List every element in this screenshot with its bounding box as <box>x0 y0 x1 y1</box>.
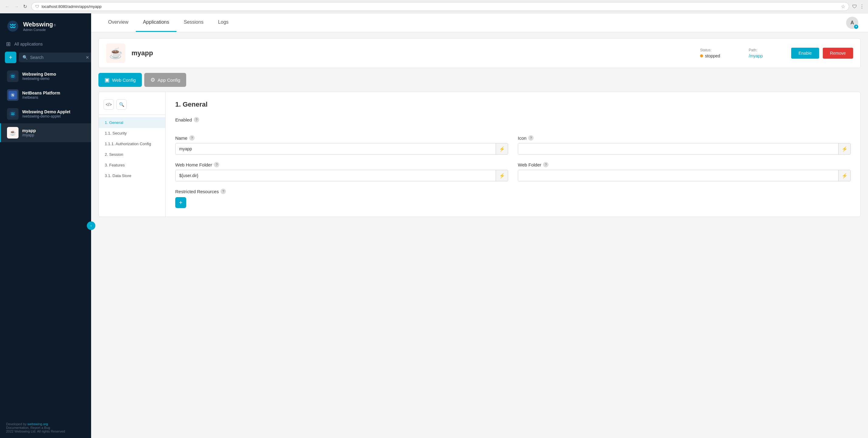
code-view-button[interactable]: </> <box>103 99 114 110</box>
browser-bar: ← → ↻ 🛡 localhost:8080/admin/apps/myapp … <box>0 0 868 13</box>
web-home-folder-input[interactable] <box>176 170 496 181</box>
app-path-webswing-demo-applet: /webswing-demo-applet <box>22 114 70 119</box>
sidebar-item-webswing-demo[interactable]: Webswing Demo /webswing-demo <box>0 67 91 86</box>
avatar-badge: ▾ <box>854 25 858 29</box>
sidebar-collapse-button[interactable]: ‹ <box>87 221 95 230</box>
sidebar-item-webswing-demo-applet[interactable]: Webswing Demo Applet /webswing-demo-appl… <box>0 104 91 123</box>
search-box: 🔍 ✕ <box>19 53 91 62</box>
footer-org-link[interactable]: webswing.org <box>27 422 48 426</box>
star-icon[interactable]: ☆ <box>841 4 845 9</box>
back-button[interactable]: ← <box>4 3 11 11</box>
path-label: Path: <box>749 48 785 52</box>
add-restricted-resource-button[interactable]: + <box>175 197 186 208</box>
status-dot <box>700 54 703 57</box>
web-home-folder-label: Web Home Folder ? <box>175 162 508 167</box>
search-input[interactable] <box>30 55 83 60</box>
app-info-netbeans: NetBeans Platform /netbeans <box>22 91 60 100</box>
restricted-resources-help-icon[interactable]: ? <box>220 189 226 194</box>
nav-item-authorization-config[interactable]: 1.1.1. Authorization Config <box>99 138 165 149</box>
name-action-button[interactable]: ⚡ <box>496 144 508 154</box>
nav-item-data-store[interactable]: 3.1. Data Store <box>99 170 165 181</box>
top-nav-tabs: Overview Applications Sessions Logs <box>101 13 236 32</box>
search-area: + 🔍 ✕ <box>0 51 91 64</box>
app-icon-webswing-demo-applet <box>7 108 19 120</box>
forward-button[interactable]: → <box>13 3 20 11</box>
app-info-myapp: myapp /myapp <box>22 128 36 137</box>
tab-sessions[interactable]: Sessions <box>177 13 211 32</box>
icon-input[interactable] <box>518 144 838 154</box>
add-restricted-resource-icon: + <box>179 199 183 206</box>
address-bar[interactable]: 🛡 localhost:8080/admin/apps/myapp ☆ <box>31 2 849 11</box>
icon-label: Icon ? <box>518 135 851 140</box>
tab-applications[interactable]: Applications <box>136 13 177 32</box>
user-avatar[interactable]: A ▾ <box>846 17 858 29</box>
app-header-name: myapp <box>131 49 694 57</box>
app-header-icon: ☕ <box>106 43 125 63</box>
top-nav: Overview Applications Sessions Logs A ▾ <box>91 13 868 32</box>
name-input-wrap: ⚡ <box>175 143 508 155</box>
nav-item-general[interactable]: 1. General <box>99 117 165 128</box>
app-config-tab-label: App Config <box>158 77 180 83</box>
logo-name: Webswing <box>23 21 53 28</box>
name-label-text: Name <box>175 135 187 140</box>
web-folder-group: Web Folder ? ⚡ <box>518 162 851 181</box>
app-info-webswing-demo: Webswing Demo /webswing-demo <box>22 72 56 81</box>
app-container: Webswing ® Admin Console ⊞ All applicati… <box>0 13 868 438</box>
left-panel: </> 🔍 1. General 1.1. Security 1.1.1. Au… <box>99 92 165 217</box>
web-home-folder-label-text: Web Home Folder <box>175 162 212 167</box>
web-home-folder-action-button[interactable]: ⚡ <box>496 170 508 181</box>
status-value: stopped <box>700 54 743 58</box>
app-path-webswing-demo: /webswing-demo <box>22 76 56 81</box>
menu-icon[interactable]: ⋮ <box>860 4 864 9</box>
remove-button[interactable]: Remove <box>823 48 853 59</box>
name-group: Name ? ⚡ <box>175 135 508 155</box>
main-content: Overview Applications Sessions Logs A ▾ … <box>91 13 868 438</box>
tab-overview[interactable]: Overview <box>101 13 136 32</box>
add-app-button[interactable]: + <box>5 52 17 63</box>
status-text: stopped <box>705 54 720 58</box>
footer-links[interactable]: Documentation, Report a Bug <box>6 426 50 430</box>
svg-text:☕: ☕ <box>9 129 17 136</box>
nav-item-security[interactable]: 1.1. Security <box>99 128 165 138</box>
app-config-tab[interactable]: ⚙ App Config <box>144 73 186 87</box>
enabled-help-icon[interactable]: ? <box>194 117 199 122</box>
shield-action-icon[interactable]: 🛡 <box>852 4 857 9</box>
icon-action-button[interactable]: ⚡ <box>838 144 850 154</box>
app-header-card: ☕ myapp Status: stopped Path: /myapp Ena… <box>98 38 861 68</box>
enable-button[interactable]: Enable <box>791 48 819 59</box>
sidebar-item-myapp[interactable]: ☕ myapp /myapp <box>0 123 91 142</box>
web-folder-input[interactable] <box>518 170 838 181</box>
footer-developed-by: Developed by <box>6 422 27 426</box>
name-help-icon[interactable]: ? <box>189 135 195 140</box>
app-icon-netbeans: N <box>7 89 19 101</box>
web-folder-label-text: Web Folder <box>518 162 541 167</box>
code-icon: </> <box>106 102 112 107</box>
app-name-myapp: myapp <box>22 128 36 133</box>
enabled-section: Enabled ? <box>175 117 851 128</box>
sidebar-item-netbeans[interactable]: N NetBeans Platform /netbeans <box>0 86 91 104</box>
app-info-webswing-demo-applet: Webswing Demo Applet /webswing-demo-appl… <box>22 110 70 119</box>
footer-copyright: 2022 Webswing Ltd. All rights Reserved <box>6 430 65 433</box>
icon-help-icon[interactable]: ? <box>528 135 534 140</box>
restricted-resources-label: Restricted Resources ? <box>175 189 851 194</box>
web-config-tab-icon: ▣ <box>104 76 110 83</box>
sidebar-logo: Webswing ® Admin Console <box>0 13 91 38</box>
web-folder-label: Web Folder ? <box>518 162 851 167</box>
nav-item-session[interactable]: 2. Session <box>99 149 165 160</box>
web-config-tab[interactable]: ▣ Web Config <box>98 73 142 87</box>
name-input[interactable] <box>176 144 496 154</box>
reload-button[interactable]: ↻ <box>22 2 28 11</box>
all-apps-link[interactable]: ⊞ All applications <box>0 38 91 51</box>
web-folder-help-icon[interactable]: ? <box>543 162 549 167</box>
icon-label-text: Icon <box>518 135 526 140</box>
nav-item-features[interactable]: 3. Features <box>99 160 165 170</box>
search-nav-button[interactable]: 🔍 <box>116 99 127 110</box>
web-home-folder-help-icon[interactable]: ? <box>214 162 219 167</box>
app-icon-myapp: ☕ <box>7 127 19 138</box>
all-apps-label: All applications <box>14 42 42 46</box>
sidebar-footer: Developed by webswing.org Documentation,… <box>0 417 91 438</box>
tab-logs[interactable]: Logs <box>211 13 236 32</box>
web-folder-action-button[interactable]: ⚡ <box>838 170 850 181</box>
right-panel: 1. General Enabled ? <box>165 92 860 217</box>
clear-search-icon[interactable]: ✕ <box>86 55 89 60</box>
